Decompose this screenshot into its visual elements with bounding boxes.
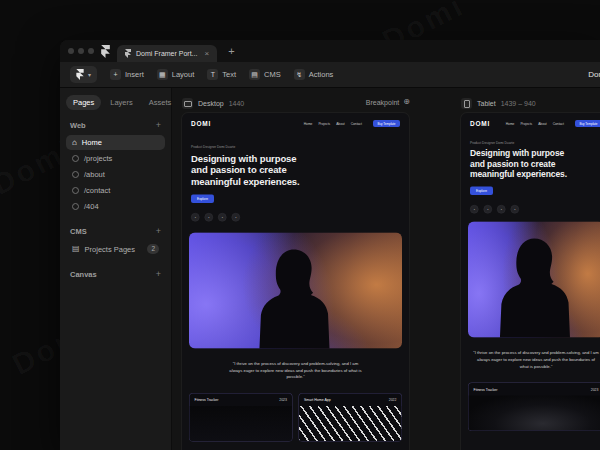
- social-links: • • • •: [470, 205, 600, 214]
- toolbar-actions-button[interactable]: ↯ Actions: [294, 69, 334, 80]
- nav-link-home[interactable]: Home: [304, 122, 313, 126]
- sidebar-item-contact[interactable]: /contact: [66, 183, 165, 198]
- close-tab-icon[interactable]: ×: [204, 49, 209, 58]
- social-icon[interactable]: •: [484, 205, 493, 214]
- sidebar-item-projects[interactable]: /projects: [66, 151, 165, 166]
- hero-kicker: Product Designer Domi Duarte: [191, 145, 400, 149]
- section-title: Canvas: [70, 270, 97, 279]
- section-header: CMS +: [66, 225, 165, 240]
- sidebar-item-projects-pages[interactable]: ▤ Projects Pages 2: [66, 241, 165, 257]
- project-title: Fitness Tracker: [195, 398, 219, 402]
- tab-layers[interactable]: Layers: [103, 95, 140, 110]
- hero-section: Product Designer Domi Duarte Designing w…: [461, 141, 600, 214]
- project-card-fitness-tracker[interactable]: Fitness Tracker 2023: [468, 382, 600, 431]
- desktop-icon: [182, 98, 193, 109]
- tablet-preview-frame[interactable]: DOMI Home Projects About Contact Buy Tem…: [461, 113, 600, 450]
- window-minimize-button[interactable]: [78, 48, 84, 54]
- nav-link-home[interactable]: Home: [506, 122, 515, 126]
- project-name-truncated: Domi: [588, 70, 600, 79]
- hero-section: Product Designer Domi Duarte Designing w…: [182, 145, 409, 221]
- hero-heading: Designing with purpose and passion to cr…: [191, 153, 309, 188]
- section-web: Web + ⌂ Home /projects /about: [66, 119, 165, 214]
- sidebar-item-404[interactable]: /404: [66, 199, 165, 214]
- section-cms: CMS + ▤ Projects Pages 2: [66, 225, 165, 257]
- nav-link-about[interactable]: About: [538, 122, 547, 126]
- framer-app-window: Domi Framer Port... × + ▾ + Insert ▦ Lay…: [60, 40, 600, 450]
- section-canvas: Canvas +: [66, 268, 165, 283]
- social-icon[interactable]: •: [205, 213, 214, 222]
- toolbar-layout-button[interactable]: ▦ Layout: [157, 69, 195, 80]
- section-title: Web: [70, 121, 86, 130]
- social-icon[interactable]: •: [191, 213, 200, 222]
- nav-link-contact[interactable]: Contact: [351, 122, 362, 126]
- nav-link-projects[interactable]: Projects: [520, 122, 532, 126]
- buy-template-button[interactable]: Buy Template: [373, 120, 400, 127]
- window-controls: [68, 48, 94, 54]
- toolbar-insert-button[interactable]: + Insert: [110, 69, 144, 80]
- site-nav: Home Projects About Contact Buy Template: [304, 120, 400, 127]
- project-thumbnail: [469, 395, 600, 430]
- social-icon[interactable]: •: [470, 205, 479, 214]
- nav-link-about[interactable]: About: [336, 122, 345, 126]
- breakpoint-control[interactable]: Breakpoint ⊕: [366, 98, 410, 106]
- collection-label: Projects Pages: [85, 245, 135, 254]
- site-nav: Home Projects About Contact Buy Template: [506, 120, 600, 127]
- social-icon[interactable]: •: [497, 205, 506, 214]
- browser-tab-bar: Domi Framer Port... × +: [60, 40, 600, 62]
- projects-row: Fitness Tracker 2023 Smart Home App 2022: [189, 393, 402, 442]
- site-logo: DOMI: [470, 120, 490, 128]
- toolbar-text-button[interactable]: T Text: [207, 69, 236, 80]
- desktop-frame-label[interactable]: Desktop 1440: [182, 98, 244, 109]
- project-card-fitness-tracker[interactable]: Fitness Tracker 2023: [189, 393, 293, 442]
- framer-menu-button[interactable]: ▾: [70, 66, 97, 83]
- add-canvas-icon[interactable]: +: [156, 270, 161, 279]
- explore-button[interactable]: Explore: [191, 194, 214, 203]
- tab-pages[interactable]: Pages: [66, 95, 101, 110]
- desktop-preview-frame[interactable]: DOMI Home Projects About Contact Buy Tem…: [182, 113, 409, 450]
- frame-size: 1439 – 940: [501, 100, 536, 107]
- toolbar-cms-button[interactable]: ▤ CMS: [249, 69, 281, 80]
- add-collection-icon[interactable]: +: [156, 227, 161, 236]
- browser-tab[interactable]: Domi Framer Port... ×: [117, 45, 217, 62]
- breakpoint-label: Breakpoint: [366, 99, 399, 106]
- sidebar-tabs: Pages Layers Assets: [66, 95, 165, 110]
- toolbar-label: Insert: [125, 70, 144, 79]
- section-header: Web +: [66, 119, 165, 134]
- home-icon: ⌂: [72, 139, 77, 147]
- window-close-button[interactable]: [68, 48, 74, 54]
- frame-name: Tablet: [477, 100, 496, 107]
- toolbar-label: Actions: [309, 70, 334, 79]
- collection-icon: ▤: [72, 245, 80, 253]
- site-logo: DOMI: [191, 120, 211, 128]
- add-breakpoint-icon[interactable]: ⊕: [403, 98, 410, 106]
- person-silhouette: [489, 234, 578, 337]
- sidebar-item-about[interactable]: /about: [66, 167, 165, 182]
- toolbar-label: Text: [222, 70, 236, 79]
- hero-image: [468, 222, 600, 338]
- tablet-frame-label[interactable]: Tablet 1439 – 940: [461, 98, 536, 109]
- page-icon: [72, 187, 79, 194]
- tablet-icon: [461, 98, 472, 109]
- testimonial-quote: “I thrive on the process of discovery an…: [228, 360, 363, 380]
- new-tab-button[interactable]: +: [228, 46, 234, 57]
- hero-kicker: Product Designer Domi Duarte: [470, 141, 600, 145]
- sidebar-item-home[interactable]: ⌂ Home: [66, 135, 165, 150]
- buy-template-button[interactable]: Buy Template: [575, 120, 600, 127]
- project-card-smart-home-app[interactable]: Smart Home App 2022: [299, 393, 403, 442]
- page-label: /projects: [84, 154, 112, 163]
- social-icon[interactable]: •: [218, 213, 227, 222]
- add-page-icon[interactable]: +: [156, 121, 161, 130]
- nav-link-contact[interactable]: Contact: [553, 122, 564, 126]
- window-zoom-button[interactable]: [88, 48, 94, 54]
- social-icon[interactable]: •: [232, 213, 241, 222]
- social-icon[interactable]: •: [511, 205, 520, 214]
- page-label: Home: [82, 138, 102, 147]
- explore-button[interactable]: Explore: [470, 187, 493, 196]
- project-year: 2023: [279, 398, 287, 402]
- page-icon: [72, 155, 79, 162]
- nav-link-projects[interactable]: Projects: [318, 122, 330, 126]
- projects-row: Fitness Tracker 2023: [468, 382, 600, 431]
- canvas-area[interactable]: Desktop 1440 Breakpoint ⊕ Tablet 1439 – …: [172, 88, 600, 450]
- site-header: DOMI Home Projects About Contact Buy Tem…: [461, 113, 600, 132]
- site-desktop: DOMI Home Projects About Contact Buy Tem…: [182, 113, 409, 442]
